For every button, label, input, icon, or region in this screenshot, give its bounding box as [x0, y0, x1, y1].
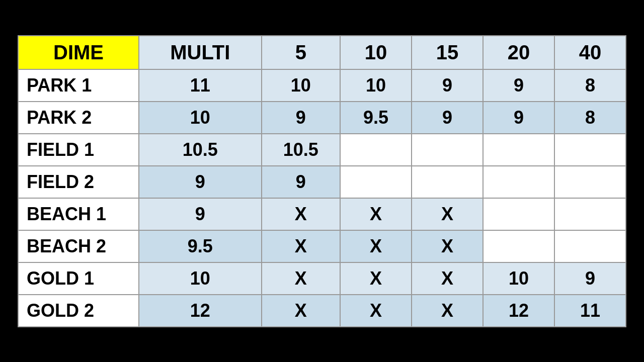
- row-value: 10: [139, 102, 262, 134]
- row-value: X: [340, 230, 412, 262]
- row-value: 9.5: [340, 102, 412, 134]
- row-value: 9.5: [139, 230, 262, 262]
- header-dime: DIME: [18, 36, 139, 69]
- table-wrapper: DIME MULTI 5 10 15 20 40 PARK 1111010998…: [0, 35, 644, 327]
- row-value: X: [340, 198, 412, 230]
- row-value: 8: [554, 69, 626, 102]
- row-label: FIELD 2: [18, 166, 139, 198]
- row-value: X: [412, 262, 483, 295]
- table-row: GOLD 110XXX109: [18, 262, 626, 295]
- row-label: PARK 1: [18, 69, 139, 102]
- row-value: [483, 198, 554, 230]
- row-value: 10: [483, 262, 554, 295]
- row-value: [483, 166, 554, 198]
- row-value: 9: [483, 69, 554, 102]
- row-label: BEACH 1: [18, 198, 139, 230]
- table-body: PARK 1111010998PARK 21099.5998FIELD 110.…: [18, 69, 626, 327]
- row-value: X: [262, 262, 340, 295]
- header-multi: MULTI: [139, 36, 262, 69]
- row-value: X: [262, 198, 340, 230]
- table-row: PARK 21099.5998: [18, 102, 626, 134]
- row-label: GOLD 2: [18, 295, 139, 327]
- table-row: FIELD 110.510.5: [18, 134, 626, 166]
- table-row: GOLD 212XXX1211: [18, 295, 626, 327]
- row-value: X: [412, 230, 483, 262]
- row-value: X: [412, 295, 483, 327]
- table-row: PARK 1111010998: [18, 69, 626, 102]
- row-value: 10: [340, 69, 412, 102]
- row-label: BEACH 2: [18, 230, 139, 262]
- row-value: 12: [139, 295, 262, 327]
- row-value: X: [340, 262, 412, 295]
- header-15: 15: [412, 36, 483, 69]
- row-value: 9: [412, 102, 483, 134]
- row-value: [554, 134, 626, 166]
- row-value: 12: [483, 295, 554, 327]
- header-row: DIME MULTI 5 10 15 20 40: [18, 36, 626, 69]
- row-value: X: [340, 295, 412, 327]
- row-value: [412, 134, 483, 166]
- row-value: [483, 134, 554, 166]
- row-value: [340, 166, 412, 198]
- row-value: [340, 134, 412, 166]
- header-20: 20: [483, 36, 554, 69]
- row-value: [412, 166, 483, 198]
- row-value: [554, 166, 626, 198]
- row-value: [554, 230, 626, 262]
- row-label: PARK 2: [18, 102, 139, 134]
- table-row: BEACH 19XXX: [18, 198, 626, 230]
- row-value: 11: [139, 69, 262, 102]
- row-value: 9: [139, 198, 262, 230]
- row-value: 9: [412, 69, 483, 102]
- row-value: [483, 230, 554, 262]
- row-value: [554, 198, 626, 230]
- row-value: 9: [483, 102, 554, 134]
- row-value: X: [262, 295, 340, 327]
- header-5: 5: [262, 36, 340, 69]
- row-value: 9: [139, 166, 262, 198]
- row-value: 9: [262, 102, 340, 134]
- row-value: 11: [554, 295, 626, 327]
- header-40: 40: [554, 36, 626, 69]
- row-label: GOLD 1: [18, 262, 139, 295]
- data-table: DIME MULTI 5 10 15 20 40 PARK 1111010998…: [18, 35, 626, 327]
- table-row: FIELD 299: [18, 166, 626, 198]
- row-value: 10: [262, 69, 340, 102]
- row-value: X: [412, 198, 483, 230]
- row-label: FIELD 1: [18, 134, 139, 166]
- row-value: 8: [554, 102, 626, 134]
- table-row: BEACH 29.5XXX: [18, 230, 626, 262]
- row-value: 9: [554, 262, 626, 295]
- row-value: 10: [139, 262, 262, 295]
- row-value: 10.5: [139, 134, 262, 166]
- row-value: 10.5: [262, 134, 340, 166]
- header-10: 10: [340, 36, 412, 69]
- row-value: X: [262, 230, 340, 262]
- row-value: 9: [262, 166, 340, 198]
